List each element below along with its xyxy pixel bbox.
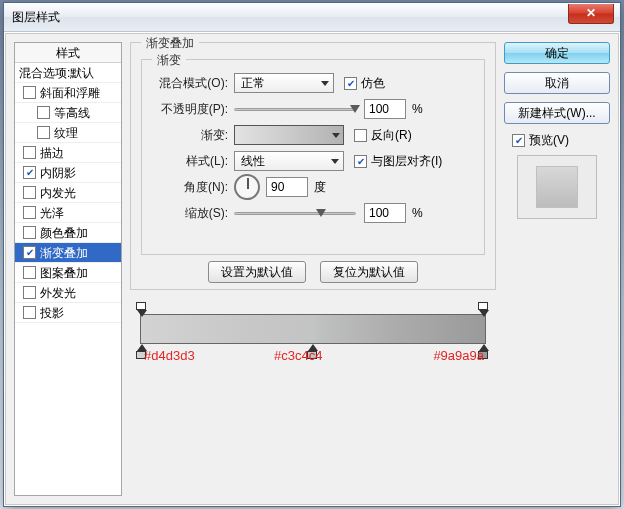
sidebar-item-10[interactable]: 外发光 <box>15 283 121 303</box>
sidebar-item-3[interactable]: 描边 <box>15 143 121 163</box>
scale-label: 缩放(S): <box>152 205 228 222</box>
angle-input[interactable]: 90 <box>266 177 308 197</box>
opacity-input[interactable]: 100 <box>364 99 406 119</box>
preview-inner <box>536 166 578 208</box>
sidebar-checkbox[interactable] <box>23 86 36 99</box>
scale-slider[interactable] <box>234 206 356 220</box>
new-style-button[interactable]: 新建样式(W)... <box>504 102 610 124</box>
sidebar-item-4[interactable]: ✔内阴影 <box>15 163 121 183</box>
sidebar-checkbox[interactable] <box>23 266 36 279</box>
sidebar-item-label: 图案叠加 <box>40 263 88 283</box>
sidebar-item-label: 内阴影 <box>40 163 76 183</box>
sidebar-item-label: 描边 <box>40 143 64 163</box>
sidebar-item-2[interactable]: 纹理 <box>15 123 121 143</box>
sidebar-item-label: 等高线 <box>54 103 90 123</box>
sidebar-checkbox[interactable] <box>23 226 36 239</box>
cancel-button[interactable]: 取消 <box>504 72 610 94</box>
sidebar-checkbox[interactable] <box>23 186 36 199</box>
sidebar-checkbox[interactable] <box>23 206 36 219</box>
subgroup-title: 渐变 <box>152 52 186 69</box>
sidebar-item-9[interactable]: 图案叠加 <box>15 263 121 283</box>
style-label: 样式(L): <box>152 153 228 170</box>
sidebar-checkbox[interactable]: ✔ <box>23 246 36 259</box>
sidebar-checkbox[interactable] <box>23 146 36 159</box>
close-button[interactable]: ✕ <box>568 4 614 24</box>
angle-dial[interactable] <box>234 174 260 200</box>
sidebar-item-label: 外发光 <box>40 283 76 303</box>
sidebar-item-6[interactable]: 光泽 <box>15 203 121 223</box>
right-panel: 确定 取消 新建样式(W)... ✔ 预览(V) <box>504 42 610 219</box>
sidebar-checkbox[interactable] <box>37 106 50 119</box>
angle-label: 角度(N): <box>152 179 228 196</box>
opacity-label: 不透明度(P): <box>152 101 228 118</box>
scale-input[interactable]: 100 <box>364 203 406 223</box>
sidebar-item-label: 颜色叠加 <box>40 223 88 243</box>
sidebar-item-label: 投影 <box>40 303 64 323</box>
stop-hex-annotation: #9a9a9a <box>433 348 484 363</box>
blend-mode-combo[interactable]: 正常 <box>234 73 334 93</box>
sidebar-blending-defaults[interactable]: 混合选项:默认 <box>15 63 121 83</box>
window-title: 图层样式 <box>12 9 60 26</box>
sidebar-item-label: 内发光 <box>40 183 76 203</box>
layer-style-dialog: 图层样式 ✕ 样式 混合选项:默认 斜面和浮雕等高线纹理描边✔内阴影内发光光泽颜… <box>3 2 621 507</box>
chevron-down-icon <box>332 133 340 138</box>
opacity-stop[interactable] <box>136 302 148 314</box>
titlebar: 图层样式 ✕ <box>4 3 620 32</box>
scale-unit: % <box>412 206 423 220</box>
sidebar-item-11[interactable]: 投影 <box>15 303 121 323</box>
styles-sidebar: 样式 混合选项:默认 斜面和浮雕等高线纹理描边✔内阴影内发光光泽颜色叠加✔渐变叠… <box>14 42 122 496</box>
gradient-subgroup: 渐变 混合模式(O): 正常 ✔ 仿色 不透明度(P): <box>141 59 485 255</box>
gradient-editor: #d4d3d3 #c3c4c4 #9a9a9a <box>130 300 496 344</box>
align-label: 与图层对齐(I) <box>371 153 442 170</box>
opacity-unit: % <box>412 102 423 116</box>
dither-label: 仿色 <box>361 75 385 92</box>
ok-button[interactable]: 确定 <box>504 42 610 64</box>
gradient-picker[interactable] <box>234 125 344 145</box>
sidebar-header: 样式 <box>15 43 121 63</box>
align-checkbox[interactable]: ✔ <box>354 155 367 168</box>
reset-default-button[interactable]: 复位为默认值 <box>320 261 418 283</box>
angle-unit: 度 <box>314 179 326 196</box>
style-combo[interactable]: 线性 <box>234 151 344 171</box>
sidebar-checkbox[interactable]: ✔ <box>23 166 36 179</box>
sidebar-item-8[interactable]: ✔渐变叠加 <box>15 243 121 263</box>
sidebar-item-label: 光泽 <box>40 203 64 223</box>
reverse-label: 反向(R) <box>371 127 412 144</box>
content-area: 渐变叠加 渐变 混合模式(O): 正常 ✔ 仿色 不透明度( <box>130 42 496 496</box>
sidebar-item-label: 纹理 <box>54 123 78 143</box>
gradient-overlay-group: 渐变叠加 渐变 混合模式(O): 正常 ✔ 仿色 不透明度( <box>130 42 496 290</box>
sidebar-checkbox[interactable] <box>23 286 36 299</box>
stop-hex-annotation: #d4d3d3 <box>144 348 195 363</box>
chevron-down-icon <box>331 159 339 164</box>
opacity-stop[interactable] <box>478 302 490 314</box>
blend-mode-label: 混合模式(O): <box>152 75 228 92</box>
sidebar-item-label: 斜面和浮雕 <box>40 83 100 103</box>
preview-checkbox[interactable]: ✔ <box>512 134 525 147</box>
sidebar-checkbox[interactable] <box>23 306 36 319</box>
sidebar-item-label: 渐变叠加 <box>40 243 88 263</box>
chevron-down-icon <box>321 81 329 86</box>
reverse-checkbox[interactable] <box>354 129 367 142</box>
dither-checkbox[interactable]: ✔ <box>344 77 357 90</box>
sidebar-item-7[interactable]: 颜色叠加 <box>15 223 121 243</box>
group-title: 渐变叠加 <box>141 35 199 52</box>
sidebar-item-1[interactable]: 等高线 <box>15 103 121 123</box>
preview-label: 预览(V) <box>529 132 569 149</box>
client-area: 样式 混合选项:默认 斜面和浮雕等高线纹理描边✔内阴影内发光光泽颜色叠加✔渐变叠… <box>5 33 619 505</box>
make-default-button[interactable]: 设置为默认值 <box>208 261 306 283</box>
opacity-slider[interactable] <box>234 102 356 116</box>
stop-hex-annotation: #c3c4c4 <box>274 348 322 363</box>
gradient-bar[interactable] <box>140 314 486 344</box>
sidebar-item-0[interactable]: 斜面和浮雕 <box>15 83 121 103</box>
preview-swatch <box>517 155 597 219</box>
sidebar-checkbox[interactable] <box>37 126 50 139</box>
sidebar-item-5[interactable]: 内发光 <box>15 183 121 203</box>
gradient-label: 渐变: <box>152 127 228 144</box>
